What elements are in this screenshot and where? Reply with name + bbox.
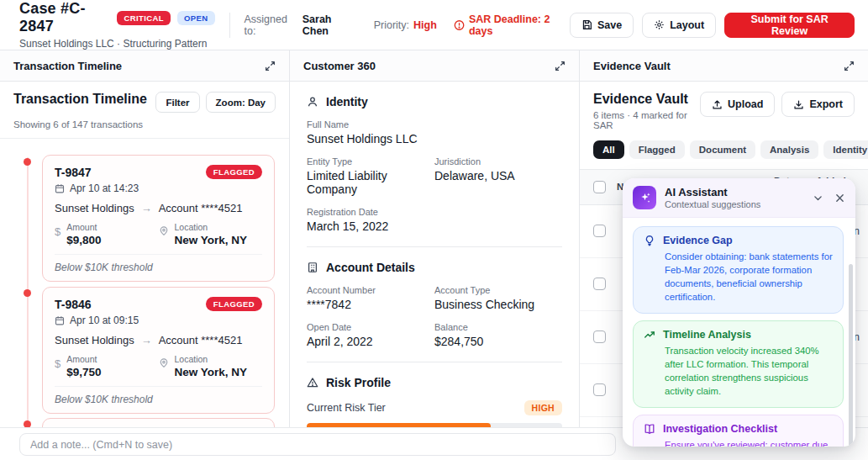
amount-stat: $ Amount $9,800 [55,222,159,246]
transaction-card[interactable]: T-9846 FLAGGED Apr 10 at 09:15 Sunset Ho… [42,287,275,414]
timeline-panel-header: Transaction Timeline [0,50,289,82]
evidence-filter-chips: All Flagged Document Analysis Identity [580,130,868,169]
deadline-text: SAR Deadline: 2 days [469,13,570,37]
registration-date-label: Registration Date [307,207,562,217]
row-checkbox[interactable] [593,278,606,290]
transaction-card[interactable]: T-9847 FLAGGED Apr 10 at 14:23 Sunset Ho… [42,155,275,282]
location-stat: Location New York, NY [159,354,263,378]
zoom-day-button[interactable]: Zoom: Day [206,92,276,113]
flagged-badge: FLAGGED [206,297,262,311]
expand-icon[interactable] [265,61,276,71]
transaction-id: T-9846 [55,298,92,311]
priority-label: Priority: [374,19,409,31]
chip-analysis[interactable]: Analysis [760,140,818,159]
full-name-label: Full Name [307,119,562,130]
critical-badge: CRITICAL [117,11,171,25]
timeline-analysis-card[interactable]: Timeline Analysis Transaction velocity i… [633,320,844,408]
select-all-checkbox[interactable] [593,181,606,193]
note-input[interactable] [19,433,616,456]
layout-button[interactable]: Layout [642,13,716,38]
identity-heading: Identity [326,95,368,108]
case-management-app: Case #C-2847 CRITICAL OPEN Sunset Holdin… [0,0,868,460]
submit-sar-review-button[interactable]: Submit for SAR Review [724,13,855,38]
trending-up-icon [644,329,655,341]
transaction-note: Below $10K threshold [55,254,262,273]
chip-all[interactable]: All [593,140,624,159]
row-checkbox[interactable] [593,330,606,343]
chip-document[interactable]: Document [690,140,755,159]
gear-icon [654,19,665,30]
header-actions: Save Layout Submit for SAR Review [570,13,855,38]
chevron-down-icon[interactable] [813,193,823,204]
transaction-datetime: Apr 10 at 09:15 [70,315,139,326]
case-title: Case #C-2847 [19,0,110,35]
expand-icon[interactable] [844,61,855,71]
case-header: Case #C-2847 CRITICAL OPEN Sunset Holdin… [19,0,215,50]
amount-value: $9,800 [66,234,101,246]
sparkles-icon [633,186,656,209]
save-button[interactable]: Save [570,13,634,38]
investigation-checklist-card[interactable]: Investigation Checklist Ensure you've re… [633,415,844,447]
arrow-right-icon: → [141,334,152,346]
entity-type-label: Entity Type [307,156,434,167]
jurisdiction-label: Jurisdiction [434,156,562,167]
timeline-toolbar: Transaction Timeline Filter Zoom: Day Sh… [0,82,289,139]
evidence-gap-card[interactable]: Evidence Gap Consider obtaining: bank st… [633,226,844,314]
close-icon[interactable] [834,193,845,204]
lightbulb-icon [644,235,655,246]
amount-value: $9,750 [66,366,101,378]
top-bar: Case #C-2847 CRITICAL OPEN Sunset Holdin… [0,0,868,50]
export-button[interactable]: Export [781,92,855,117]
ai-card-body: Ensure you've reviewed: customer due dil… [644,438,833,447]
transaction-timeline-panel: Transaction Timeline Transaction Timelin… [0,50,290,427]
transaction-to: Account ****4521 [159,202,243,214]
upload-button[interactable]: Upload [700,92,775,117]
location-stat: Location New York, NY [159,222,263,246]
warning-triangle-icon [307,377,318,389]
filter-button[interactable]: Filter [155,92,199,113]
full-name-value: Sunset Holdings LLC [307,132,562,145]
layout-label: Layout [670,19,704,31]
high-risk-badge: HIGH [524,400,562,415]
transaction-to: Account ****4521 [159,334,243,346]
upload-label: Upload [728,98,763,110]
transaction-datetime: Apr 10 at 14:23 [70,182,139,194]
timeline-dot [24,158,31,166]
balance-label: Balance [434,322,562,332]
chip-identity[interactable]: Identity [823,140,868,159]
bank-icon [307,262,318,273]
account-details-section: Account Details Account Number ****7842 … [307,247,562,348]
ai-assistant-header: AI Assistant Contextual suggestions [623,178,855,218]
chip-flagged[interactable]: Flagged [629,140,685,159]
entity-type-field: Entity Type Limited Liability Company [307,156,434,196]
expand-icon[interactable] [555,61,566,71]
popup-scrollbar[interactable] [849,264,853,447]
row-checkbox[interactable] [593,383,606,396]
header-divider [229,13,230,38]
amount-label: Amount [66,222,101,232]
timeline-dot [24,289,31,297]
timeline-panel-title: Transaction Timeline [13,60,122,72]
calendar-icon [55,183,65,193]
customer-panel-header: Customer 360 [290,50,579,82]
risk-tier-label: Current Risk Tier [307,402,386,414]
transaction-card[interactable] [42,418,275,427]
location-label: Location [175,222,248,232]
evidence-heading: Evidence Vault [593,92,700,107]
open-badge: OPEN [177,11,215,25]
account-type-value: Business Checking [434,298,562,311]
assigned-to: Assigned to: Sarah Chen [244,13,356,37]
transaction-from: Sunset Holdings [55,202,134,214]
row-checkbox[interactable] [593,225,606,237]
entity-type-value: Limited Liability Company [307,169,434,196]
ai-assistant-title: AI Assistant [665,186,760,198]
sar-deadline: SAR Deadline: 2 days [454,13,570,37]
calendar-icon [55,315,65,325]
evidence-panel-title: Evidence Vault [593,60,671,72]
balance-field: Balance $284,750 [434,322,562,348]
transaction-note: Below $10K threshold [55,386,262,405]
risk-profile-section: Risk Profile Current Risk Tier HIGH Cont… [307,362,562,427]
account-number-label: Account Number [307,285,434,295]
evidence-panel-header: Evidence Vault [580,50,868,82]
book-open-icon [644,423,655,435]
